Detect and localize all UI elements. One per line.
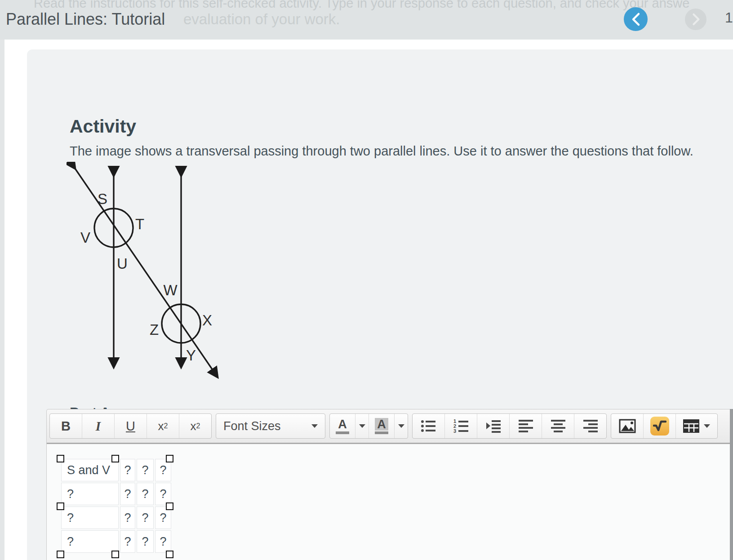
rich-text-editor: B I U x2 x2 Font Sizes A — [46, 409, 732, 560]
insert-group — [611, 413, 718, 439]
angle-label-w: W — [163, 282, 178, 298]
table-button[interactable] — [676, 414, 717, 438]
tutorial-page: Read the instructions for this self-chec… — [0, 0, 733, 560]
table-resize-handle[interactable] — [57, 551, 64, 558]
background-color-button[interactable]: A — [369, 414, 395, 438]
background-color-dropdown[interactable] — [395, 414, 408, 438]
table-cell[interactable]: ? — [137, 483, 154, 505]
text-color-label: A — [338, 418, 347, 431]
text-color-swatch — [336, 431, 349, 434]
angle-label-x: X — [202, 312, 212, 329]
chevron-down-icon — [704, 424, 710, 428]
angle-label-v: V — [80, 229, 90, 246]
image-icon — [619, 419, 636, 433]
chevron-down-icon — [311, 424, 318, 428]
indent-button[interactable] — [477, 414, 510, 438]
svg-text:3: 3 — [453, 428, 456, 434]
align-left-button[interactable] — [510, 414, 542, 438]
forward-button[interactable] — [685, 9, 706, 30]
chevron-right-icon — [690, 12, 701, 27]
numbered-list-icon: 123 — [453, 418, 469, 434]
table-cell[interactable]: ? — [120, 459, 135, 481]
page-indicator: 1 — [725, 9, 733, 26]
header-bar: Read the instructions for this self-chec… — [0, 0, 733, 40]
equation-button[interactable] — [644, 414, 676, 438]
superscript-exponent: 2 — [164, 422, 168, 430]
align-right-icon — [583, 419, 598, 433]
align-left-icon — [518, 419, 533, 433]
background-color-label: A — [375, 418, 388, 431]
table-cell[interactable]: ? — [61, 507, 119, 529]
table-cell[interactable]: ? — [155, 530, 171, 553]
editor-content-area[interactable]: S and V??????????????? — [47, 444, 731, 560]
table-resize-handle[interactable] — [166, 502, 173, 510]
indent-icon — [485, 419, 502, 433]
align-center-icon — [551, 419, 566, 433]
back-button[interactable] — [624, 7, 648, 31]
angle-labels: STVUWXZY — [80, 191, 212, 364]
table-resize-handle[interactable] — [166, 455, 173, 462]
font-size-group: Font Sizes — [216, 413, 325, 439]
bullet-list-button[interactable] — [413, 414, 445, 438]
table-cell[interactable]: ? — [137, 507, 154, 529]
align-right-button[interactable] — [574, 414, 606, 438]
align-center-button[interactable] — [542, 414, 574, 438]
table-resize-handle[interactable] — [111, 551, 119, 558]
bold-button[interactable]: B — [50, 414, 82, 438]
superscript-button[interactable]: x2 — [147, 414, 179, 438]
table-resize-handle[interactable] — [57, 502, 64, 510]
editor-toolbar: B I U x2 x2 Font Sizes A — [47, 409, 731, 444]
table-row: ???? — [61, 530, 171, 553]
color-button-group: A A — [329, 413, 408, 439]
angle-label-t: T — [135, 216, 144, 232]
angle-label-y: Y — [186, 347, 196, 364]
table-row: ???? — [61, 507, 171, 529]
numbered-list-button[interactable]: 123 — [445, 414, 477, 438]
text-color-dropdown[interactable] — [355, 414, 369, 438]
page-title: Parallel Lines: Tutorial — [6, 10, 165, 29]
table-resize-handle[interactable] — [111, 455, 119, 462]
table-cell[interactable]: ? — [120, 530, 135, 553]
table-cell[interactable]: ? — [61, 530, 119, 553]
angle-label-u: U — [117, 255, 128, 272]
font-sizes-label: Font Sizes — [223, 419, 281, 433]
superscript-base: x — [158, 419, 164, 433]
table-row: ???? — [61, 483, 171, 505]
angle-label-s: S — [98, 191, 107, 207]
font-sizes-dropdown[interactable]: Font Sizes — [216, 414, 325, 438]
editor-scrollbar[interactable] — [730, 409, 733, 560]
activity-description: The image shows a transversal passing th… — [70, 144, 693, 159]
table-cell[interactable]: ? — [137, 530, 154, 553]
subscript-button[interactable]: x2 — [179, 414, 211, 438]
table-icon — [683, 419, 699, 433]
subscript-index: 2 — [196, 422, 200, 430]
table-resize-handle[interactable] — [57, 455, 64, 462]
underline-button[interactable]: U — [115, 414, 147, 438]
table-cell[interactable]: ? — [155, 483, 171, 505]
table-cell[interactable]: ? — [120, 507, 135, 529]
italic-button[interactable]: I — [82, 414, 115, 438]
table-cell[interactable]: ? — [137, 459, 154, 481]
transversal-line — [75, 169, 218, 377]
answer-table: S and V??????????????? — [60, 458, 173, 554]
angle-label-z: Z — [150, 321, 159, 338]
chevron-left-icon — [630, 12, 642, 27]
background-color-swatch — [375, 431, 388, 434]
text-color-button[interactable]: A — [330, 414, 355, 438]
parallel-lines-diagram: STVUWXZY — [67, 162, 228, 384]
chevron-down-icon — [398, 424, 404, 428]
table-cell[interactable]: S and V — [61, 459, 119, 481]
list-align-group: 123 — [412, 413, 607, 439]
table-cell[interactable]: ? — [61, 483, 119, 505]
left-edge-strip — [0, 40, 4, 560]
faded-instructions-line1: Read the instructions for this self-chec… — [34, 0, 689, 11]
square-root-icon — [650, 417, 669, 436]
activity-heading: Activity — [70, 116, 136, 137]
faded-instructions-line2: evaluation of your work. — [183, 11, 340, 28]
format-button-group: B I U x2 x2 — [49, 413, 212, 439]
chevron-down-icon — [359, 424, 365, 428]
table-cell[interactable]: ? — [120, 483, 135, 505]
bullet-list-icon — [421, 419, 437, 433]
table-resize-handle[interactable] — [166, 551, 173, 558]
insert-image-button[interactable] — [611, 414, 644, 438]
